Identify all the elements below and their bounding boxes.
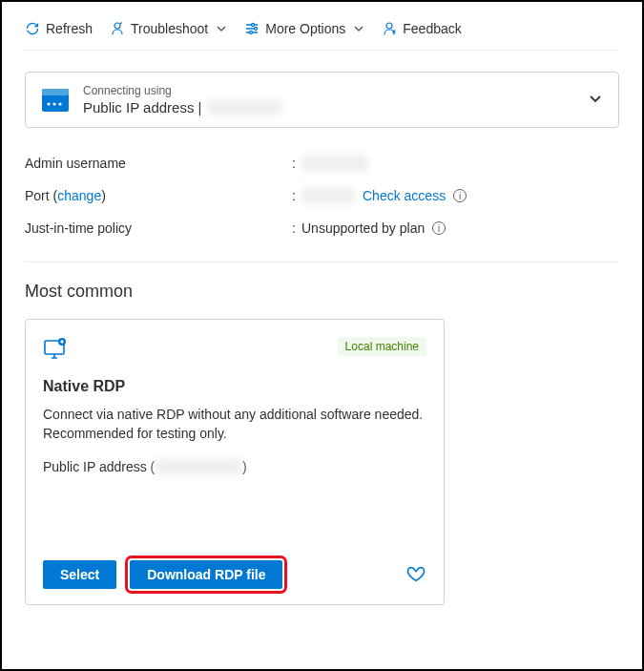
check-access-link[interactable]: Check access <box>363 188 446 203</box>
svg-point-4 <box>386 23 392 29</box>
rdp-ip-row: Public IP address (xxx.xxx.xx) <box>43 459 426 474</box>
svg-point-2 <box>255 28 258 31</box>
jit-row: Just-in-time policy : Unsupported by pla… <box>25 212 619 244</box>
svg-rect-6 <box>42 89 69 95</box>
chevron-down-icon <box>216 23 227 34</box>
sliders-icon <box>244 21 260 36</box>
rdp-title: Native RDP <box>43 378 426 395</box>
browser-icon <box>41 88 70 113</box>
svg-point-9 <box>58 102 61 105</box>
svg-point-0 <box>114 23 120 29</box>
svg-point-3 <box>250 31 253 34</box>
divider <box>25 262 619 262</box>
details-list: Admin username : xxxxxx Port (change) : … <box>25 147 619 244</box>
connection-label: Connecting using <box>83 84 574 97</box>
troubleshoot-button[interactable]: Troubleshoot <box>110 21 227 36</box>
info-icon[interactable]: i <box>453 189 467 202</box>
svg-point-8 <box>52 102 55 105</box>
connection-text: Connecting using Public IP address | xxx… <box>83 84 574 115</box>
troubleshoot-label: Troubleshoot <box>131 21 208 36</box>
feedback-button[interactable]: Feedback <box>382 21 461 36</box>
admin-username-value: xxxxxx <box>301 156 368 171</box>
toolbar: Refresh Troubleshoot More Options Feedba… <box>25 21 619 51</box>
admin-username-label: Admin username <box>25 156 292 171</box>
download-rdp-button[interactable]: Download RDP file <box>130 560 282 589</box>
jit-label: Just-in-time policy <box>25 220 292 236</box>
connection-masked: xxx.xxx <box>208 99 281 115</box>
rdp-ip-value: xxx.xxx.xx <box>155 459 242 474</box>
feedback-label: Feedback <box>403 21 461 36</box>
troubleshoot-icon <box>110 21 125 36</box>
refresh-icon <box>25 21 40 36</box>
rdp-description: Connect via native RDP without any addit… <box>43 405 426 444</box>
refresh-button[interactable]: Refresh <box>25 21 93 36</box>
jit-value: Unsupported by plan <box>301 220 425 236</box>
svg-point-7 <box>47 102 50 105</box>
local-machine-badge: Local machine <box>338 337 426 356</box>
port-value: xxxx <box>301 188 355 203</box>
port-change-link[interactable]: change <box>57 188 101 203</box>
connection-dropdown[interactable]: Connecting using Public IP address | xxx… <box>25 72 619 128</box>
port-label: Port <box>25 188 50 203</box>
feedback-icon <box>382 21 397 36</box>
more-options-label: More Options <box>265 21 345 36</box>
svg-point-1 <box>252 24 255 27</box>
connection-value: Public IP address | <box>83 99 202 115</box>
section-title: Most common <box>25 282 619 302</box>
admin-username-row: Admin username : xxxxxx <box>25 147 619 179</box>
select-button[interactable]: Select <box>43 560 116 589</box>
port-row: Port (change) : xxxx Check access i <box>25 179 619 212</box>
info-icon[interactable]: i <box>432 221 446 235</box>
more-options-button[interactable]: More Options <box>244 21 364 36</box>
rdp-ip-close: ) <box>242 459 247 474</box>
rdp-ip-label: Public IP address ( <box>43 459 155 474</box>
native-rdp-card: Local machine Native RDP Connect via nat… <box>25 319 445 605</box>
monitor-icon <box>43 337 68 365</box>
chevron-down-icon <box>588 91 603 109</box>
chevron-down-icon <box>353 23 364 34</box>
heart-icon <box>405 563 426 584</box>
favorite-button[interactable] <box>405 563 426 587</box>
refresh-label: Refresh <box>46 21 93 36</box>
